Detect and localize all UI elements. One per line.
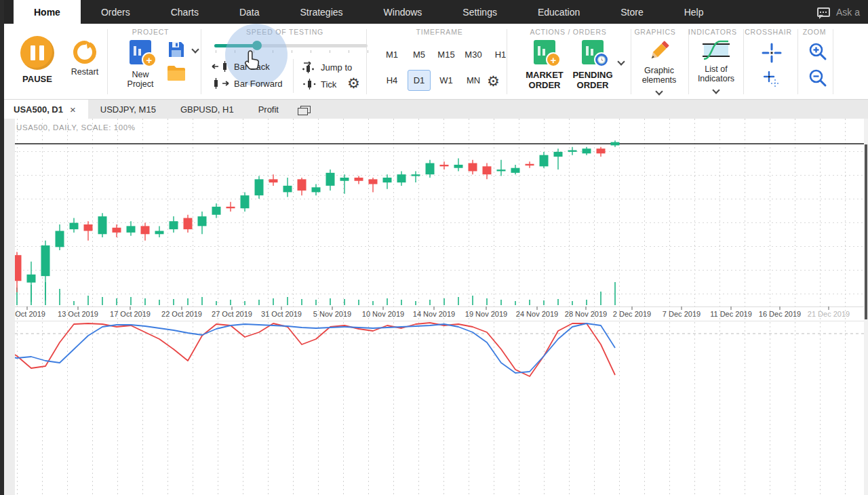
group-title-project: PROJECT [132,28,170,36]
date-axis-label: 2 Dec 2019 [613,310,651,318]
timeframe-d1[interactable]: D1 [408,70,431,91]
timeframe-settings-gear-icon[interactable]: ⚙ [487,75,500,89]
menu-item-education[interactable]: Education [517,0,600,24]
candle-up [583,148,591,153]
candle-down [269,179,278,182]
group-title-crosshair: CROSSHAIR [745,28,792,36]
new-project-button[interactable]: + New Project [119,40,161,89]
timeframe-w1[interactable]: W1 [433,70,459,91]
timeframe-h1[interactable]: H1 [489,44,513,65]
bar-forward-button[interactable]: Bar Forward [212,78,283,89]
group-title-timeframe: TIMEFRAME [416,28,462,36]
candle-up [340,178,349,181]
window-edge [0,0,4,495]
tab-close-icon[interactable]: × [70,104,76,115]
candle-up [127,226,136,233]
zoom-out-button[interactable] [808,68,827,90]
ask-label: Ask a [836,7,860,18]
candle-up [283,186,292,193]
candle-up [568,151,577,152]
date-axis-label: 19 Nov 2019 [465,310,507,318]
group-title-orders: ACTIONS / ORDERS [530,28,606,36]
timeframe-m1[interactable]: M1 [380,44,404,65]
separator [743,29,744,94]
date-axis-label: 28 Nov 2019 [565,310,607,318]
separator [688,29,689,94]
chart-tab-usa500-d1[interactable]: USA500, D1× [4,100,88,119]
menu-item-data[interactable]: Data [219,0,280,24]
jump-to-label: Jump to [321,62,352,73]
indicator-curve-icon [703,39,730,62]
group-title-zoom: ZOOM [803,28,827,36]
graphic-elements-label: Graphic elements [633,66,685,85]
chart-tab-usdjpy-m15[interactable]: USDJPY, M15 [88,100,168,119]
pause-label: PAUSE [16,74,58,84]
timeframe-m30[interactable]: M30 [458,44,488,65]
pending-order-button[interactable]: 🕓 PENDING ORDER [568,40,617,90]
date-axis-label: 31 Oct 2019 [261,310,302,318]
chat-bubble-icon [817,7,830,17]
separator [107,29,108,94]
crosshair-sync-button[interactable] [764,71,781,92]
window-list-icon[interactable] [300,106,311,113]
indicators-chevron-icon [712,86,719,94]
candle-up [511,168,520,173]
crosshair-button[interactable] [762,43,782,66]
restart-button[interactable]: Restart [65,40,104,77]
bar-forward-label: Bar Forward [234,79,283,89]
candle-down [355,178,363,181]
orders-chevron-icon[interactable] [617,58,625,65]
save-project-button[interactable] [167,40,186,62]
menu-item-orders[interactable]: Orders [81,0,151,24]
pause-button[interactable]: PAUSE [16,36,58,84]
market-order-button[interactable]: + MARKET ORDER [521,40,568,90]
separator [201,29,201,94]
candle-down [226,207,235,208]
candle-down [369,179,378,184]
folder-icon [167,64,186,82]
candle-down [483,166,492,174]
date-axis-label: 21 Dec 2019 [808,310,850,318]
menu-item-home[interactable]: Home [14,0,81,24]
menu-item-strategies[interactable]: Strategies [280,0,363,24]
timeframe-mn[interactable]: MN [460,70,486,91]
timeframe-h4[interactable]: H4 [380,70,404,91]
candle-up [255,179,264,195]
zoom-in-button[interactable] [808,42,827,64]
candle-down [298,179,307,191]
candle-up [540,155,549,167]
tick-icon [302,78,316,90]
chart-vertical-scrollbar-thumb[interactable] [865,144,867,319]
save-icon [167,40,186,59]
candle-up [98,216,107,234]
candle-down [597,148,606,153]
timeframe-m5[interactable]: M5 [407,44,431,65]
speed-settings-gear-icon[interactable]: ⚙ [347,77,360,91]
separator [631,29,631,94]
candle-up [56,231,64,248]
candle-up [454,165,463,168]
tick-button[interactable]: Tick [302,78,336,90]
jump-to-button[interactable]: Jump to [301,61,352,73]
candle-down [184,218,193,229]
ask-question[interactable]: Ask a [817,0,860,24]
menu-item-charts[interactable]: Charts [151,0,219,24]
menu-item-windows[interactable]: Windows [363,0,443,24]
open-project-button[interactable] [167,64,186,85]
graphic-elements-button[interactable]: Graphic elements [633,39,685,97]
chart-tab-gbpusd-h1[interactable]: GBPUSD, H1 [168,100,246,119]
chart-canvas[interactable]: USA500, DAILY, SCALE: 100%8 Oct 201913 O… [0,119,868,495]
jump-to-icon [301,61,316,73]
timeframe-m15[interactable]: M15 [431,44,460,65]
candle-up [426,163,435,175]
menu-item-store[interactable]: Store [600,0,663,24]
date-axis-label: 22 Oct 2019 [161,310,202,318]
menu-item-help[interactable]: Help [664,0,724,24]
bar-back-icon [212,61,229,72]
save-options-chevron-icon[interactable] [191,45,199,53]
menu-item-settings[interactable]: Settings [442,0,517,24]
restart-icon [73,40,97,64]
list-of-indicators-button[interactable]: List of Indicators [692,39,741,96]
chart-panel: USA500, DAILY, SCALE: 100%8 Oct 201913 O… [0,119,868,495]
chart-tab-profit[interactable]: Profit [246,100,291,119]
